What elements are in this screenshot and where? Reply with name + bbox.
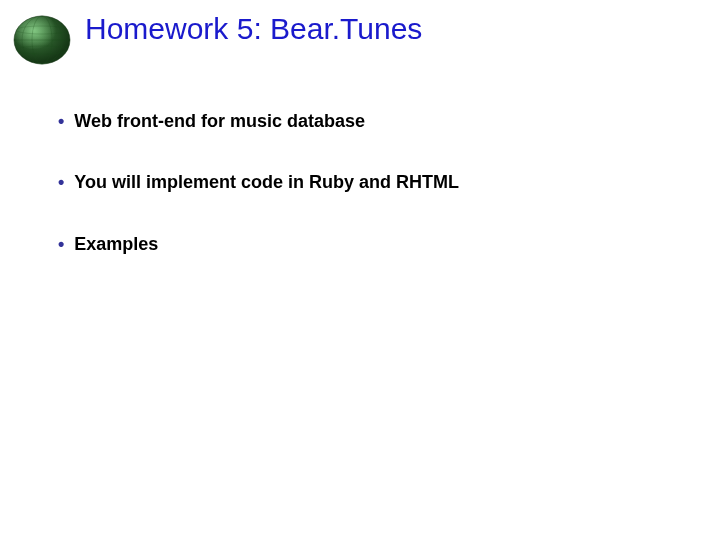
globe-icon (12, 10, 72, 70)
slide-title: Homework 5: Bear.Tunes (85, 12, 422, 46)
bullet-marker: • (58, 110, 64, 133)
bullet-marker: • (58, 233, 64, 256)
bullet-text: Web front-end for music database (74, 110, 365, 133)
bullet-item: • You will implement code in Ruby and RH… (58, 171, 459, 194)
bullet-marker: • (58, 171, 64, 194)
bullet-text: Examples (74, 233, 158, 256)
bullet-item: • Web front-end for music database (58, 110, 459, 133)
slide-content: • Web front-end for music database • You… (58, 110, 459, 294)
bullet-text: You will implement code in Ruby and RHTM… (74, 171, 459, 194)
bullet-item: • Examples (58, 233, 459, 256)
